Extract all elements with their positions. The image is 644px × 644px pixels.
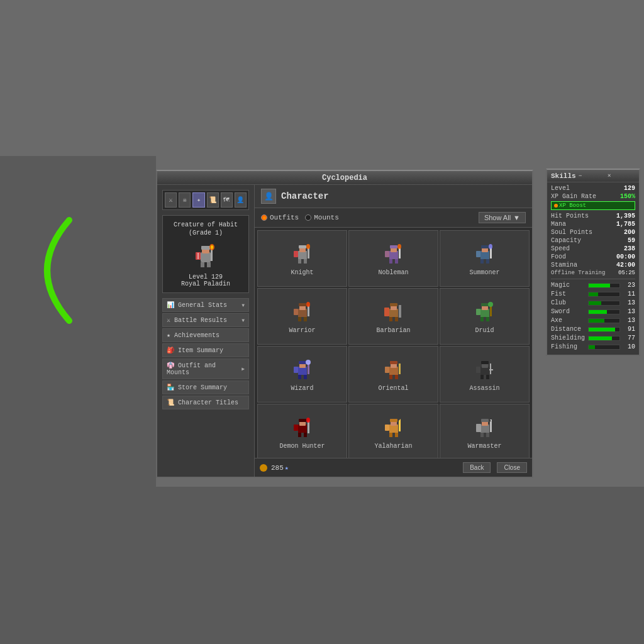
skill-magic-label: Magic bbox=[551, 282, 586, 289]
sidebar-icon-sword[interactable]: ⚔ bbox=[165, 192, 177, 208]
outfit-cell-oriental[interactable]: Oriental bbox=[348, 346, 438, 402]
sidebar-icon-map[interactable]: 🗺 bbox=[221, 192, 233, 208]
outfit-name-barbarian: Barbarian bbox=[376, 327, 410, 334]
outfit-cell-warrior[interactable]: Warrior bbox=[257, 288, 347, 345]
sidebar-icon-skull[interactable]: ☠ bbox=[179, 192, 191, 208]
mana-label: Mana bbox=[551, 221, 566, 228]
minimize-button[interactable]: − bbox=[577, 173, 606, 179]
close-button[interactable]: Close bbox=[497, 462, 527, 473]
svg-rect-85 bbox=[294, 425, 298, 431]
menu-label-item-summary: 🎒 Item Summary bbox=[167, 347, 223, 354]
sidebar-icon-character[interactable]: 👤 bbox=[235, 192, 247, 208]
skill-row-shielding: Shielding 77 bbox=[551, 335, 635, 341]
outfit-cell-barbarian[interactable]: Barbarian bbox=[348, 288, 438, 345]
content-title: Character bbox=[281, 191, 329, 201]
tab-outfits[interactable]: Outfits bbox=[261, 214, 299, 221]
outfit-cell-yalaharian[interactable]: Yalaharian bbox=[348, 404, 438, 458]
outfit-name-demon-hunter: Demon Hunter bbox=[279, 443, 325, 450]
menu-item-item-summary[interactable]: 🎒 Item Summary bbox=[162, 343, 249, 357]
skill-row-sword: Sword 13 bbox=[551, 308, 635, 315]
svg-rect-15 bbox=[294, 251, 298, 257]
svg-point-41 bbox=[306, 302, 310, 307]
menu-label-outfit-mounts: 👘 Outfit and Mounts bbox=[167, 362, 242, 376]
back-button[interactable]: Back bbox=[463, 462, 491, 473]
svg-rect-75 bbox=[480, 375, 484, 379]
svg-rect-71 bbox=[399, 364, 401, 374]
food-label: Food bbox=[551, 253, 566, 260]
sidebar-icon-scroll[interactable]: 📜 bbox=[207, 192, 219, 208]
skill-row-fishing: Fishing 10 bbox=[551, 343, 635, 350]
stat-row-stamina: Stamina 42:00 bbox=[551, 262, 635, 269]
menu-item-battle-results[interactable]: ⚔ Battle Results ▼ bbox=[162, 313, 249, 327]
outfit-grid: Knight bbox=[255, 228, 532, 458]
outfit-name-nobleman: Nobleman bbox=[378, 269, 408, 276]
skill-axe-fill bbox=[589, 319, 604, 323]
arrow-icon: ▶ bbox=[242, 366, 245, 372]
outfit-cell-knight[interactable]: Knight bbox=[257, 230, 347, 287]
character-level: Level 129 Royal Paladin bbox=[168, 274, 243, 287]
skill-row-magic: Magic 23 bbox=[551, 282, 635, 289]
menu-label-store-summary: 🏪 Store Summary bbox=[167, 384, 227, 391]
menu-item-general-stats[interactable]: 📊 General Stats ▼ bbox=[162, 298, 249, 312]
content-header: 👤 Character bbox=[255, 185, 532, 208]
speed-label: Speed bbox=[551, 245, 570, 252]
menu-item-achievements[interactable]: ★ Achievements bbox=[162, 328, 249, 342]
skill-distance-label: Distance bbox=[551, 326, 586, 333]
menu-item-store-summary[interactable]: 🏪 Store Summary bbox=[162, 380, 249, 394]
menu-label-general-stats: 📊 General Stats bbox=[167, 301, 227, 309]
skill-distance-fill bbox=[589, 328, 615, 331]
character-sprite bbox=[191, 241, 221, 271]
menu-item-char-titles[interactable]: 📜 Character Titles bbox=[162, 396, 249, 409]
character-icon: 👤 bbox=[261, 189, 276, 204]
svg-rect-0 bbox=[201, 252, 211, 262]
show-all-button[interactable]: Show All ▼ bbox=[479, 212, 526, 223]
menu-label-battle-results: ⚔ Battle Results bbox=[167, 316, 227, 324]
arrow-icon: ▼ bbox=[242, 303, 245, 308]
menu-item-outfit-mounts[interactable]: 👘 Outfit and Mounts ▶ bbox=[162, 358, 249, 379]
top-area bbox=[0, 0, 644, 156]
svg-rect-93 bbox=[385, 425, 389, 431]
outfit-cell-demon-hunter[interactable]: Demon Hunter bbox=[257, 404, 347, 458]
level-value: 129 bbox=[624, 185, 635, 192]
xp-boost-label: XP Boost bbox=[559, 203, 586, 209]
skill-fist-label: Fist bbox=[551, 291, 586, 297]
svg-rect-51 bbox=[481, 303, 489, 306]
arrow-icon: ▼ bbox=[242, 318, 245, 323]
svg-rect-45 bbox=[389, 317, 392, 321]
skills-divider bbox=[551, 279, 635, 279]
green-arc bbox=[19, 214, 94, 327]
outfit-cell-assassin[interactable]: Assassin bbox=[440, 346, 530, 402]
outfit-cell-druid[interactable]: Druid bbox=[440, 288, 530, 345]
svg-rect-98 bbox=[481, 419, 489, 422]
skills-titlebar: Skills − × bbox=[547, 170, 639, 182]
cyclopedia-sidebar: ⚔ ☠ ✦ 📜 🗺 👤 Creature of Habit(Grade 1) bbox=[157, 185, 255, 477]
svg-rect-23 bbox=[385, 251, 389, 257]
outfit-cell-nobleman[interactable]: Nobleman bbox=[348, 230, 438, 287]
menu-label-achievements: ★ Achievements bbox=[167, 331, 219, 339]
skill-fist-bar bbox=[588, 292, 620, 297]
hp-label: Hit Points bbox=[551, 213, 589, 219]
skill-sword-fill bbox=[589, 310, 607, 314]
stat-row-xp-gain: XP Gain Rate 150% bbox=[551, 193, 635, 200]
menu-label-char-titles: 📜 Character Titles bbox=[167, 399, 238, 406]
food-value: 00:00 bbox=[616, 253, 635, 260]
skill-sword-label: Sword bbox=[551, 308, 586, 315]
stamina-label: Stamina bbox=[551, 262, 577, 269]
outfit-name-summoner: Summoner bbox=[469, 269, 499, 276]
close-skills-button[interactable]: × bbox=[606, 173, 635, 179]
sidebar-icon-star[interactable]: ✦ bbox=[192, 192, 204, 208]
outfit-sprite-warmaster bbox=[472, 415, 497, 440]
outfit-cell-summoner[interactable]: Summoner bbox=[440, 230, 530, 287]
svg-rect-94 bbox=[399, 422, 401, 431]
svg-rect-62 bbox=[294, 367, 298, 373]
svg-marker-95 bbox=[399, 419, 401, 422]
outfit-cell-warmaster[interactable]: Warmaster bbox=[440, 404, 530, 458]
skill-magic-bar bbox=[588, 283, 620, 288]
skill-fishing-fill bbox=[589, 345, 595, 349]
outfit-cell-wizard[interactable]: Wizard bbox=[257, 346, 347, 402]
tab-mounts[interactable]: Mounts bbox=[305, 214, 339, 221]
svg-point-64 bbox=[306, 360, 311, 365]
skill-row-fist: Fist 11 bbox=[551, 291, 635, 297]
stat-row-hp: Hit Points 1,395 bbox=[551, 213, 635, 219]
svg-rect-53 bbox=[486, 317, 489, 321]
